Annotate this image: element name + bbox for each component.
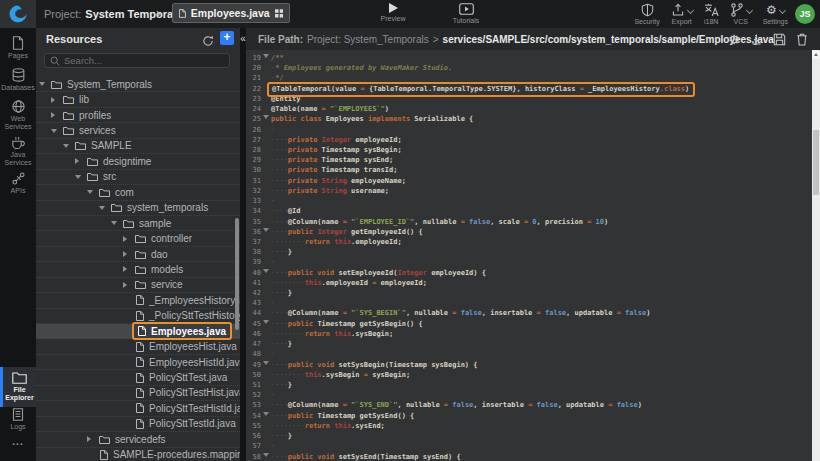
chevron-collapsed-icon[interactable]: [75, 158, 79, 164]
i18n-button[interactable]: i18N: [704, 3, 719, 25]
export-button[interactable]: Export: [671, 3, 693, 25]
wavemaker-logo[interactable]: [0, 0, 36, 28]
code-line[interactable]: 48·: [246, 349, 812, 359]
fold-toggle-icon[interactable]: [261, 360, 271, 370]
tree-item[interactable]: PolicySttTestHist.java: [36, 386, 240, 401]
editor-scrollbar[interactable]: [812, 50, 820, 461]
code-line[interactable]: 47····}: [246, 339, 812, 349]
editor-scrollbar-thumb[interactable]: [813, 130, 819, 195]
code-line[interactable]: 36····public Integer getEmployeeId() {: [246, 227, 812, 237]
sidebar-item-java-services[interactable]: Java Services: [0, 136, 36, 167]
code-line[interactable]: 57·: [246, 441, 812, 451]
chevron-expanded-icon[interactable]: [111, 221, 117, 225]
code-line[interactable]: 30····private Timestamp transId;: [246, 165, 812, 175]
code-line[interactable]: 35····@Column(name = "`EMPLOYEE_ID`", nu…: [246, 217, 812, 227]
tree-scrollbar-thumb[interactable]: [235, 218, 239, 330]
chevron-expanded-icon[interactable]: [87, 190, 93, 194]
code-line[interactable]: 19/**: [246, 53, 812, 63]
tree-item[interactable]: _EmployeesHistory.java: [36, 293, 240, 308]
chevron-collapsed-icon[interactable]: [123, 266, 127, 272]
refresh-button[interactable]: [202, 33, 214, 51]
code-line[interactable]: 49····public void setSysBegin(Timestamp …: [246, 360, 812, 370]
tree-item[interactable]: PolicySttTestId.java: [36, 417, 240, 432]
tree-item[interactable]: designtime: [36, 154, 240, 169]
tree-item[interactable]: src: [36, 170, 240, 185]
tree-item[interactable]: EmployeesHistId.java: [36, 355, 240, 370]
sidebar-item-file-explorer[interactable]: File Explorer: [0, 367, 36, 407]
chevron-expanded-icon[interactable]: [51, 129, 57, 133]
tree-item[interactable]: profiles: [36, 108, 240, 123]
project-name[interactable]: System Temporals: [85, 8, 182, 20]
tree-item[interactable]: PolicySttTestHistId.java: [36, 401, 240, 416]
tree-item[interactable]: service: [36, 278, 240, 293]
code-line[interactable]: 44····@Column(name = "`SYS_BEGIN`", null…: [246, 308, 812, 318]
tab-employees-java[interactable]: Employees.java: [172, 3, 290, 23]
code-line[interactable]: 20·* Employees generated by WaveMaker St…: [246, 63, 812, 73]
preview-button[interactable]: Preview: [368, 3, 418, 22]
chevron-collapsed-icon[interactable]: [51, 112, 55, 118]
sidebar-item-pages[interactable]: Pages: [0, 36, 36, 60]
fold-toggle-icon[interactable]: [261, 411, 271, 421]
sidebar-item-logs[interactable]: Logs: [0, 408, 36, 431]
code-line[interactable]: 22@TableTemporal(value = {TableTemporal.…: [246, 84, 812, 94]
tree-item[interactable]: PolicySttTest.java: [36, 370, 240, 385]
scroll-up-icon[interactable]: [812, 50, 820, 59]
code-line[interactable]: 52·: [246, 390, 812, 400]
code-line[interactable]: 55········return this.sysEnd;: [246, 421, 812, 431]
fold-toggle-icon[interactable]: [261, 114, 271, 124]
code-line[interactable]: 43·: [246, 298, 812, 308]
code-line[interactable]: 51····}: [246, 380, 812, 390]
code-line[interactable]: 50········this.sysBegin = sysBegin;: [246, 370, 812, 380]
code-line[interactable]: 40····public void setEmployeeId(Integer …: [246, 268, 812, 278]
sidebar-item-databases[interactable]: Databases: [0, 68, 36, 92]
code-line[interactable]: 53····@Column(name = "`SYS_END`", nullab…: [246, 400, 812, 410]
tree-item[interactable]: sample: [36, 216, 240, 231]
chevron-expanded-icon[interactable]: [99, 206, 105, 210]
code-line[interactable]: 42····}: [246, 288, 812, 298]
code-line[interactable]: 24@Table(name = "`EMPLOYEES`"): [246, 104, 812, 114]
tree-item[interactable]: controller: [36, 231, 240, 246]
chevron-collapsed-icon[interactable]: [87, 436, 91, 442]
code-line[interactable]: 37········return this.employeeId;: [246, 237, 812, 247]
user-avatar[interactable]: JS: [795, 4, 815, 24]
code-line[interactable]: 33·: [246, 196, 812, 206]
chevron-collapsed-icon[interactable]: [123, 251, 127, 257]
code-line[interactable]: 45····public Timestamp getSysBegin() {: [246, 319, 812, 329]
fold-toggle-icon[interactable]: [261, 452, 271, 461]
settings-gear-icon[interactable]: ⚙: [728, 33, 740, 46]
search-box[interactable]: [44, 53, 230, 68]
chevron-collapsed-icon[interactable]: [51, 97, 55, 103]
fold-toggle-icon[interactable]: [261, 268, 271, 278]
tree-item[interactable]: services: [36, 123, 240, 138]
tree-item[interactable]: lib: [36, 92, 240, 107]
security-button[interactable]: Security: [634, 3, 659, 25]
code-line[interactable]: 39·: [246, 257, 812, 267]
code-line[interactable]: 32····private String username;: [246, 186, 812, 196]
grid-icon[interactable]: [275, 8, 283, 19]
tree-item[interactable]: SAMPLE-procedures.mappings.json: [36, 448, 240, 461]
vcs-button[interactable]: VCS: [730, 3, 752, 25]
chevron-collapsed-icon[interactable]: [123, 236, 127, 242]
save-icon[interactable]: [773, 33, 786, 46]
code-line[interactable]: 29····private Timestamp sysEnd;: [246, 155, 812, 165]
add-resource-button[interactable]: +: [220, 31, 234, 45]
tree-item[interactable]: System_Temporals: [36, 77, 240, 92]
tree-item[interactable]: EmployeesHist.java: [36, 339, 240, 354]
tree-item[interactable]: SAMPLE: [36, 139, 240, 154]
code-line[interactable]: 54····public Timestamp getSysEnd() {: [246, 411, 812, 421]
tree-item[interactable]: com: [36, 185, 240, 200]
code-line[interactable]: 46········return this.sysBegin;: [246, 329, 812, 339]
download-icon[interactable]: [750, 33, 763, 46]
settings-button[interactable]: ⚙ Settings: [763, 3, 788, 25]
tree-item[interactable]: models: [36, 262, 240, 277]
code-line[interactable]: 34····@Id: [246, 206, 812, 216]
chevron-collapsed-icon[interactable]: [123, 282, 127, 288]
search-input[interactable]: [64, 55, 224, 66]
tutorials-button[interactable]: Tutorials: [440, 3, 492, 24]
sidebar-item-apis[interactable]: APIs: [0, 172, 36, 195]
trash-icon[interactable]: [796, 33, 808, 46]
code-line[interactable]: 26·: [246, 125, 812, 135]
fold-toggle-icon[interactable]: [261, 227, 271, 237]
fold-toggle-icon[interactable]: [261, 319, 271, 329]
sidebar-more-button[interactable]: ...: [0, 436, 36, 447]
